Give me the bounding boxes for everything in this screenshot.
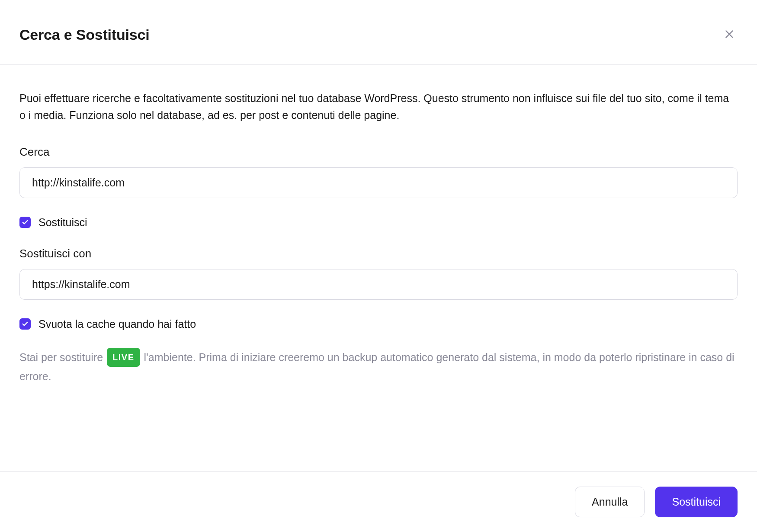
replace-checkbox[interactable] bbox=[19, 217, 31, 228]
submit-button[interactable]: Sostituisci bbox=[655, 487, 738, 517]
search-replace-modal: Cerca e Sostituisci Puoi effettuare rice… bbox=[0, 0, 757, 532]
clear-cache-checkbox[interactable] bbox=[19, 318, 31, 330]
cancel-button[interactable]: Annulla bbox=[575, 487, 645, 517]
search-input[interactable] bbox=[19, 167, 738, 198]
clear-cache-checkbox-row: Svuota la cache quando hai fatto bbox=[19, 318, 738, 330]
modal-title: Cerca e Sostituisci bbox=[19, 26, 149, 43]
search-label: Cerca bbox=[19, 145, 738, 159]
environment-notice: Stai per sostituire LIVE l'ambiente. Pri… bbox=[19, 349, 738, 385]
replace-checkbox-row: Sostituisci bbox=[19, 216, 738, 229]
live-badge: LIVE bbox=[107, 348, 140, 367]
search-field-group: Cerca bbox=[19, 145, 738, 198]
clear-cache-checkbox-label: Svuota la cache quando hai fatto bbox=[38, 318, 196, 330]
checkmark-icon bbox=[22, 320, 29, 327]
modal-body: Puoi effettuare ricerche e facoltativame… bbox=[0, 65, 757, 471]
replace-with-label: Sostituisci con bbox=[19, 247, 738, 260]
close-button[interactable] bbox=[721, 26, 738, 44]
description-text: Puoi effettuare ricerche e facoltativame… bbox=[19, 90, 738, 124]
replace-with-input[interactable] bbox=[19, 269, 738, 300]
modal-header: Cerca e Sostituisci bbox=[0, 0, 757, 65]
checkmark-icon bbox=[22, 219, 29, 226]
replace-checkbox-label: Sostituisci bbox=[38, 216, 87, 229]
close-icon bbox=[724, 29, 735, 40]
replace-with-field-group: Sostituisci con bbox=[19, 247, 738, 300]
notice-text-before: Stai per sostituire bbox=[19, 351, 106, 363]
modal-footer: Annulla Sostituisci bbox=[0, 471, 757, 532]
